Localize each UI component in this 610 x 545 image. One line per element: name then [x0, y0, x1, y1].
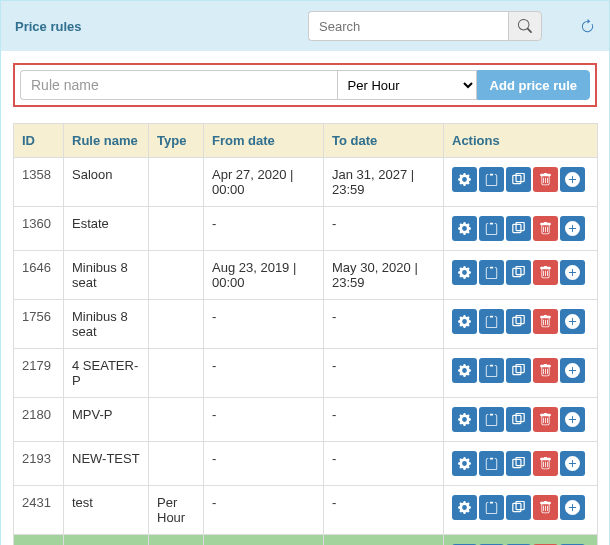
table-row: 1646Minibus 8 seatAug 23, 2019 | 00:00Ma… [14, 251, 598, 300]
settings-button[interactable] [452, 358, 477, 383]
copy-button[interactable] [479, 358, 504, 383]
add-button[interactable] [560, 495, 585, 520]
search-input[interactable] [308, 11, 508, 41]
delete-button[interactable] [533, 216, 558, 241]
col-id[interactable]: ID [14, 124, 64, 158]
trash-icon [539, 364, 552, 377]
cell-from-date: Aug 23, 2019 | 00:00 [204, 251, 324, 300]
cell-rule-name: Price rule [64, 535, 149, 546]
cell-rule-name: Minibus 8 seat [64, 251, 149, 300]
duplicate-button[interactable] [506, 451, 531, 476]
cell-from-date: - [204, 486, 324, 535]
cell-type: Per Hour [149, 486, 204, 535]
delete-button[interactable] [533, 358, 558, 383]
cell-to-date: - [324, 442, 444, 486]
copy-button[interactable] [479, 407, 504, 432]
window-icon [512, 457, 525, 470]
cell-type [149, 535, 204, 546]
delete-button[interactable] [533, 309, 558, 334]
rule-type-select[interactable]: Per Hour [337, 70, 477, 100]
actions-cell [444, 207, 598, 251]
actions-cell [444, 398, 598, 442]
cell-type [149, 207, 204, 251]
settings-button[interactable] [452, 309, 477, 334]
cell-to-date: - [324, 398, 444, 442]
copy-icon [485, 413, 498, 426]
svg-rect-13 [516, 457, 524, 465]
cell-from-date: Apr 27, 2020 | 00:00 [204, 158, 324, 207]
settings-button[interactable] [452, 495, 477, 520]
svg-rect-4 [513, 268, 521, 276]
cell-from-date: - [204, 349, 324, 398]
cell-id: 1646 [14, 251, 64, 300]
add-price-rule-button[interactable]: Add price rule [477, 70, 590, 100]
add-button[interactable] [560, 407, 585, 432]
cell-type [149, 251, 204, 300]
duplicate-button[interactable] [506, 260, 531, 285]
delete-button[interactable] [533, 451, 558, 476]
refresh-button[interactable] [580, 19, 595, 34]
svg-rect-10 [513, 415, 521, 423]
col-to-date[interactable]: To date [324, 124, 444, 158]
cell-rule-name: Saloon [64, 158, 149, 207]
copy-button[interactable] [479, 309, 504, 334]
add-button[interactable] [560, 260, 585, 285]
delete-button[interactable] [533, 167, 558, 192]
plus-circle-icon [565, 456, 580, 471]
gear-icon [458, 173, 471, 186]
copy-button[interactable] [479, 495, 504, 520]
copy-button[interactable] [479, 451, 504, 476]
settings-button[interactable] [452, 260, 477, 285]
gear-icon [458, 222, 471, 235]
table-row: 2431testPer Hour-- [14, 486, 598, 535]
cell-id: 1360 [14, 207, 64, 251]
copy-button[interactable] [479, 260, 504, 285]
search-button[interactable] [508, 11, 542, 41]
delete-button[interactable] [533, 260, 558, 285]
svg-rect-15 [516, 501, 524, 509]
plus-circle-icon [565, 172, 580, 187]
duplicate-button[interactable] [506, 167, 531, 192]
refresh-icon [580, 19, 595, 34]
settings-button[interactable] [452, 167, 477, 192]
trash-icon [539, 315, 552, 328]
delete-button[interactable] [533, 407, 558, 432]
price-rules-table: ID Rule name Type From date To date Acti… [13, 123, 598, 545]
svg-rect-5 [516, 266, 524, 274]
duplicate-button[interactable] [506, 358, 531, 383]
delete-button[interactable] [533, 495, 558, 520]
panel-heading: Price rules [1, 1, 609, 51]
col-type[interactable]: Type [149, 124, 204, 158]
col-rule-name[interactable]: Rule name [64, 124, 149, 158]
settings-button[interactable] [452, 216, 477, 241]
settings-button[interactable] [452, 451, 477, 476]
cell-id: 1756 [14, 300, 64, 349]
table-row: 1358SaloonApr 27, 2020 | 00:00Jan 31, 20… [14, 158, 598, 207]
gear-icon [458, 413, 471, 426]
duplicate-button[interactable] [506, 495, 531, 520]
add-button[interactable] [560, 451, 585, 476]
window-icon [512, 364, 525, 377]
svg-rect-1 [516, 173, 524, 181]
duplicate-button[interactable] [506, 216, 531, 241]
duplicate-button[interactable] [506, 309, 531, 334]
copy-button[interactable] [479, 167, 504, 192]
window-icon [512, 315, 525, 328]
window-icon [512, 173, 525, 186]
col-from-date[interactable]: From date [204, 124, 324, 158]
cell-id: 2459 [14, 535, 64, 546]
svg-rect-3 [516, 222, 524, 230]
rule-name-input[interactable] [20, 70, 337, 100]
settings-button[interactable] [452, 407, 477, 432]
window-icon [512, 222, 525, 235]
copy-button[interactable] [479, 216, 504, 241]
table-row: 2459Price rule-- [14, 535, 598, 546]
plus-circle-icon [565, 265, 580, 280]
duplicate-button[interactable] [506, 407, 531, 432]
add-button[interactable] [560, 167, 585, 192]
add-button[interactable] [560, 358, 585, 383]
copy-icon [485, 173, 498, 186]
add-button[interactable] [560, 216, 585, 241]
plus-circle-icon [565, 363, 580, 378]
add-button[interactable] [560, 309, 585, 334]
